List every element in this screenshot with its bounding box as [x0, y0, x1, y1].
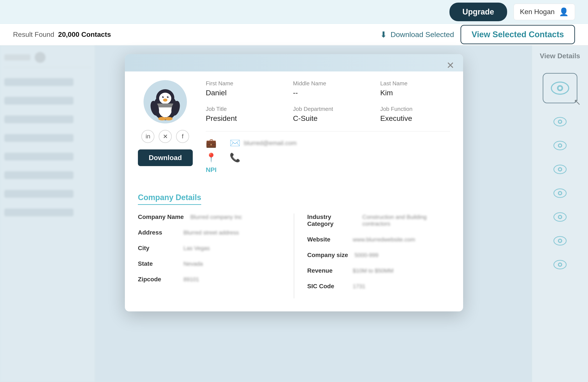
zipcode-value: 89101: [183, 276, 199, 283]
company-size-value: 5000-999: [355, 252, 378, 259]
state-value: Nevada: [183, 261, 203, 267]
top-nav: Upgrade Ken Hogan 👤: [0, 0, 588, 24]
address-label: Address: [138, 229, 177, 236]
job-title-label: Job Title: [206, 106, 275, 112]
svg-point-27: [159, 93, 171, 104]
email-value: blurred@email.com: [244, 140, 297, 147]
contact-icons-row: 💼 ✉️ blurred@email.com: [206, 138, 450, 148]
address-row: Address Blurred street address: [138, 229, 281, 236]
first-name-group: First Name Daniel: [206, 80, 275, 97]
user-profile-icon[interactable]: 👤: [559, 7, 569, 17]
website-label: Website: [307, 236, 346, 243]
first-name-value: Daniel: [206, 89, 275, 97]
modal-header-bg: [125, 54, 463, 72]
zipcode-label: Zipcode: [138, 276, 177, 283]
sub-header: Result Found 20,000 Contacts ⬇ Download …: [0, 24, 588, 45]
contact-fields: First Name Daniel Middle Name -- Last Na…: [206, 80, 450, 173]
download-selected-button[interactable]: ⬇ Download Selected: [380, 30, 454, 39]
sic-code-label: SIC Code: [307, 283, 346, 290]
job-title-group: Job Title President: [206, 106, 275, 123]
header-actions: ⬇ Download Selected View Selected Contac…: [380, 25, 575, 44]
avatar: [144, 80, 187, 123]
city-value: Las Vegas: [183, 245, 210, 252]
job-department-group: Job Department C-Suite: [293, 106, 363, 123]
revenue-value: $10M to $50MM: [353, 267, 394, 274]
phone-icon: 📞: [230, 153, 240, 163]
facebook-icon[interactable]: f: [176, 130, 189, 143]
social-icons: in ✕ f: [141, 130, 189, 143]
twitter-x-icon[interactable]: ✕: [159, 130, 172, 143]
view-selected-contacts-button[interactable]: View Selected Contacts: [461, 25, 575, 44]
npi-row: NPI: [206, 166, 450, 173]
job-department-label: Job Department: [293, 106, 363, 112]
linkedin-icon[interactable]: in: [141, 130, 154, 143]
company-right-col: Industry Category Construction and Build…: [307, 213, 450, 298]
middle-name-group: Middle Name --: [293, 80, 363, 97]
main-content: View Details ↖: [0, 45, 588, 382]
company-details-title: Company Details: [138, 193, 201, 205]
industry-label: Industry Category: [307, 213, 356, 227]
revenue-row: Revenue $10M to $50MM: [307, 267, 450, 274]
location-icon: 📍: [206, 153, 217, 163]
user-area: Ken Hogan 👤: [514, 4, 575, 20]
industry-value: Construction and Building contractors: [362, 214, 450, 227]
email-icon-item: ✉️ blurred@email.com: [230, 138, 297, 148]
first-name-label: First Name: [206, 80, 275, 87]
job-function-label: Job Function: [380, 106, 450, 112]
company-name-row: Company Name Blurred company Inc: [138, 213, 281, 220]
company-size-label: Company size: [307, 252, 348, 259]
svg-point-34: [163, 98, 167, 102]
company-name-label: Company Name: [138, 213, 184, 220]
state-label: State: [138, 260, 177, 267]
address-value: Blurred street address: [183, 229, 239, 236]
modal-overlay: ✕: [0, 45, 588, 382]
modal-close-button[interactable]: ✕: [446, 61, 454, 70]
name-fields-row: First Name Daniel Middle Name -- Last Na…: [206, 80, 450, 97]
location-icon-item: 📍: [206, 153, 217, 163]
svg-rect-35: [156, 103, 174, 107]
upgrade-button[interactable]: Upgrade: [449, 3, 507, 21]
job-department-value: C-Suite: [293, 114, 363, 123]
website-row: Website www.blurredwebsite.com: [307, 236, 450, 243]
download-button[interactable]: Download: [138, 150, 193, 166]
contact-detail-modal: ✕: [125, 54, 463, 311]
user-name-label: Ken Hogan: [520, 8, 555, 16]
company-left-col: Company Name Blurred company Inc Address…: [138, 213, 281, 298]
company-grid: Company Name Blurred company Inc Address…: [138, 213, 450, 298]
phone-icon-item: 📞: [230, 153, 240, 163]
last-name-label: Last Name: [380, 80, 450, 87]
briefcase-icon: 💼: [206, 138, 217, 148]
sic-code-row: SIC Code 1731: [307, 283, 450, 290]
job-function-group: Job Function Executive: [380, 106, 450, 123]
contact-icons-row-2: 📍 📞: [206, 153, 450, 163]
column-divider: [294, 213, 294, 298]
middle-name-label: Middle Name: [293, 80, 363, 87]
profile-section: in ✕ f Download First Name Daniel: [138, 80, 450, 173]
email-icon: ✉️: [230, 138, 240, 148]
state-row: State Nevada: [138, 260, 281, 267]
middle-name-value: --: [293, 89, 363, 97]
briefcase-icon-item: 💼: [206, 138, 217, 148]
result-text: Result Found 20,000 Contacts: [13, 31, 111, 38]
job-title-value: President: [206, 114, 275, 123]
city-label: City: [138, 245, 177, 252]
city-row: City Las Vegas: [138, 245, 281, 252]
industry-row: Industry Category Construction and Build…: [307, 213, 450, 227]
company-details: Company Details Company Name Blurred com…: [125, 193, 463, 298]
svg-point-39: [165, 117, 173, 120]
modal-body: in ✕ f Download First Name Daniel: [125, 72, 463, 193]
fields-divider: [206, 131, 450, 132]
job-function-value: Executive: [380, 114, 450, 123]
website-value: www.blurredwebsite.com: [353, 236, 415, 243]
svg-point-33: [168, 96, 168, 97]
company-size-row: Company size 5000-999: [307, 252, 450, 259]
svg-point-32: [163, 96, 164, 97]
job-fields-row: Job Title President Job Department C-Sui…: [206, 106, 450, 123]
sic-code-value: 1731: [353, 283, 365, 290]
last-name-value: Kim: [380, 89, 450, 97]
company-name-value: Blurred company Inc: [190, 214, 242, 220]
last-name-group: Last Name Kim: [380, 80, 450, 97]
npi-label: NPI: [206, 166, 217, 173]
revenue-label: Revenue: [307, 267, 346, 274]
avatar-area: in ✕ f Download: [138, 80, 193, 173]
